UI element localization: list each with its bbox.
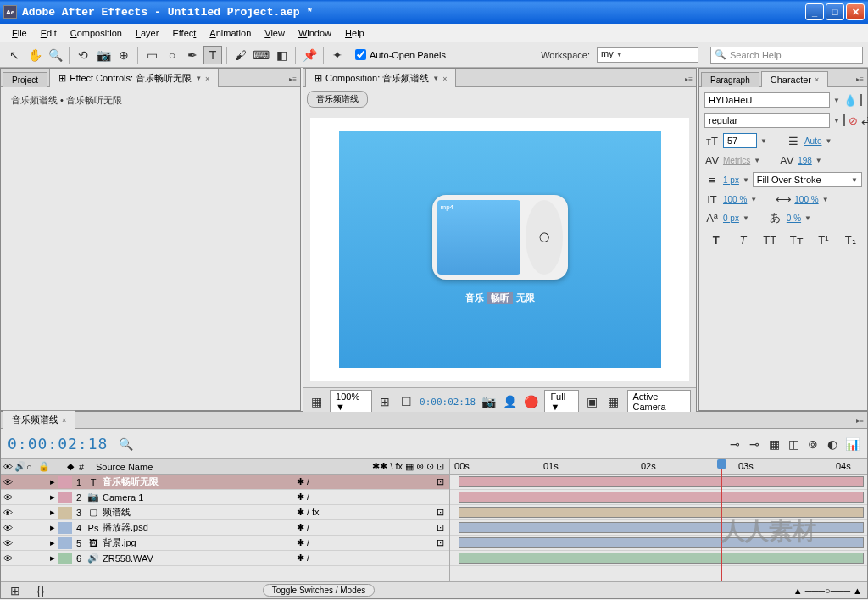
- vscale-value[interactable]: 100 %: [723, 195, 747, 204]
- rotation-tool[interactable]: ⟲: [74, 46, 92, 64]
- close-icon[interactable]: ×: [205, 75, 209, 83]
- layer-bar[interactable]: [459, 476, 864, 487]
- selected-text[interactable]: 畅听: [487, 292, 513, 304]
- channel-icon[interactable]: 👤: [502, 392, 518, 411]
- hand-tool[interactable]: ✋: [25, 46, 44, 64]
- menu-effect[interactable]: Effect: [165, 26, 203, 40]
- camera-tool[interactable]: 📷: [94, 46, 113, 64]
- layer-row[interactable]: 👁▸1T音乐畅听无限✱/⊡: [1, 475, 449, 490]
- fill-color-swatch[interactable]: [860, 94, 862, 106]
- tab-project[interactable]: Project: [3, 72, 47, 87]
- layer-track[interactable]: [450, 475, 867, 490]
- menu-window[interactable]: Window: [292, 26, 338, 40]
- layer-label[interactable]: [58, 553, 72, 564]
- tsume-value[interactable]: 0 %: [787, 214, 801, 223]
- menu-view[interactable]: View: [258, 26, 292, 40]
- safe-zones-icon[interactable]: ⊞: [377, 392, 393, 411]
- superscript-button[interactable]: T¹: [815, 233, 831, 247]
- tab-timeline-comp[interactable]: 音乐频谱线 ×: [3, 410, 75, 429]
- menu-layer[interactable]: Layer: [129, 26, 166, 40]
- layer-name[interactable]: 播放器.psd: [101, 521, 297, 534]
- menu-edit[interactable]: Edit: [34, 26, 64, 40]
- layer-row[interactable]: 👁▸3▢频谱线✱/fx⊡: [1, 505, 449, 520]
- comp-breadcrumb[interactable]: 音乐频谱线: [307, 91, 368, 108]
- allcaps-button[interactable]: TT: [762, 233, 777, 247]
- shy-icon[interactable]: ▦: [765, 436, 782, 453]
- stroke-width-value[interactable]: 1 px: [723, 175, 739, 185]
- camera-select[interactable]: Active Camera: [627, 390, 691, 414]
- smallcaps-button[interactable]: Tᴛ: [789, 233, 804, 247]
- mask-icon[interactable]: ☐: [398, 392, 415, 411]
- timeline-timecode[interactable]: 0:00:02:18: [8, 435, 108, 453]
- tracking-value[interactable]: 198: [798, 156, 812, 165]
- hscale-value[interactable]: 100 %: [794, 195, 818, 204]
- visibility-toggle[interactable]: 👁: [1, 553, 14, 564]
- comp-mini-flowchart-icon[interactable]: ⊸: [726, 436, 743, 453]
- visibility-toggle[interactable]: 👁: [1, 492, 14, 503]
- layer-label[interactable]: [58, 492, 72, 503]
- time-ruler[interactable]: :00s 01s 02s 03s 04s: [450, 459, 867, 475]
- menu-file[interactable]: File: [5, 26, 34, 40]
- stroke-color-swatch[interactable]: [843, 114, 845, 126]
- eraser-tool[interactable]: ◧: [272, 46, 291, 64]
- layer-label[interactable]: [58, 507, 72, 519]
- layer-row[interactable]: 👁▸2📷Camera 1✱/: [1, 490, 449, 505]
- grid-icon[interactable]: ▦: [309, 392, 325, 411]
- comp-timecode[interactable]: 0:00:02:18: [420, 397, 476, 408]
- close-icon[interactable]: ×: [442, 75, 447, 83]
- layer-name[interactable]: 频谱线: [101, 506, 297, 519]
- rectangle-tool[interactable]: ▭: [142, 46, 161, 64]
- toggle-switches-button[interactable]: Toggle Switches / Modes: [263, 584, 376, 597]
- frame-blend-icon[interactable]: ◫: [785, 436, 802, 453]
- layer-track[interactable]: [450, 490, 867, 505]
- maximize-button[interactable]: □: [826, 3, 844, 20]
- search-icon[interactable]: 🔍: [116, 435, 135, 453]
- panel-menu-icon[interactable]: ▸≡: [286, 72, 300, 86]
- layer-name[interactable]: ZR558.WAV: [101, 553, 297, 564]
- visibility-toggle[interactable]: 👁: [1, 538, 14, 548]
- italic-button[interactable]: T: [735, 233, 750, 247]
- draft3d-icon[interactable]: ⊸: [746, 436, 763, 453]
- kerning-value[interactable]: Metrics: [723, 156, 750, 165]
- clone-tool[interactable]: ⌨: [252, 46, 270, 64]
- visibility-toggle[interactable]: 👁: [1, 523, 14, 533]
- search-help-input[interactable]: 🔍 Search Help: [710, 47, 863, 64]
- layer-label[interactable]: [58, 476, 72, 488]
- fx-badge[interactable]: fx: [312, 507, 320, 518]
- roi-icon[interactable]: ▣: [584, 392, 600, 411]
- snapshot-icon[interactable]: 📷: [481, 392, 497, 411]
- tab-paragraph[interactable]: Paragraph: [701, 72, 760, 87]
- font-family-input[interactable]: [704, 92, 830, 108]
- visibility-toggle[interactable]: 👁: [1, 477, 14, 487]
- tab-composition[interactable]: ⊞ Composition: 音乐频谱线 ▼ ×: [305, 69, 456, 87]
- brainstorm-icon[interactable]: ◐: [824, 436, 841, 453]
- selection-tool[interactable]: ↖: [5, 46, 24, 64]
- layer-name[interactable]: 背景.jpg: [101, 536, 297, 549]
- type-tool[interactable]: T: [203, 46, 222, 64]
- layer-row[interactable]: 👁▸6🔊ZR558.WAV✱/: [1, 551, 449, 566]
- ellipse-tool[interactable]: ○: [163, 46, 181, 64]
- layer-track[interactable]: [450, 551, 867, 566]
- composition-viewer[interactable]: mp4 ◯ 音乐 畅听 无限: [310, 118, 689, 381]
- visibility-toggle[interactable]: 👁: [1, 508, 14, 518]
- auto-open-panels-checkbox[interactable]: Auto-Open Panels: [355, 49, 446, 60]
- swap-colors-icon[interactable]: ⇄: [861, 114, 868, 127]
- pan-behind-tool[interactable]: ⊕: [114, 46, 133, 64]
- layer-label[interactable]: [58, 537, 72, 549]
- menu-composition[interactable]: Composition: [64, 26, 129, 40]
- layer-row[interactable]: 👁▸4Ps播放器.psd✱/⊡: [1, 520, 449, 536]
- zoom-tool[interactable]: 🔍: [46, 46, 64, 64]
- tab-character[interactable]: Character ×: [761, 71, 829, 87]
- layer-bar[interactable]: [459, 553, 864, 564]
- pen-tool[interactable]: ✒: [183, 46, 202, 64]
- brush-tool[interactable]: 🖌: [231, 46, 250, 64]
- eyedropper-icon[interactable]: 💧: [843, 93, 857, 107]
- toggle-icon[interactable]: {}: [31, 581, 50, 600]
- menu-help[interactable]: Help: [338, 26, 371, 40]
- panel-menu-icon[interactable]: ▸≡: [682, 72, 696, 86]
- font-size-input[interactable]: [723, 133, 757, 148]
- zoom-select[interactable]: 100% ▼: [330, 390, 372, 414]
- panel-menu-icon[interactable]: ▸≡: [853, 414, 867, 428]
- resolution-select[interactable]: Full ▼: [544, 390, 579, 414]
- close-button[interactable]: ✕: [846, 3, 865, 20]
